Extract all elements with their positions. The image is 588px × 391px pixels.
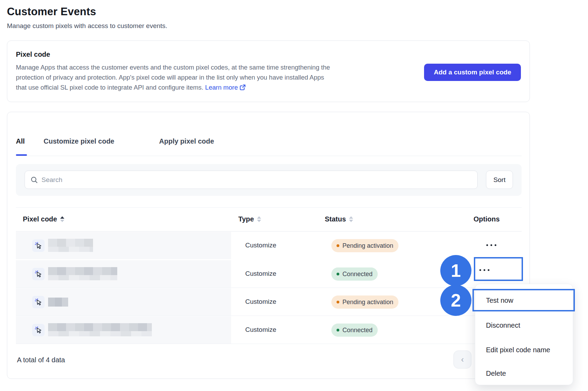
- row-divider: [16, 316, 522, 316]
- type-cell: Customize: [245, 298, 276, 306]
- sort-carets-icon: [257, 216, 261, 222]
- annotation-highlight-box-test-now: [472, 289, 575, 311]
- external-link-icon: [240, 83, 246, 93]
- status-dot-icon: [337, 329, 339, 331]
- customer-events-page: Customer Events Manage custom pixels wit…: [0, 0, 588, 391]
- status-badge: Pending activation: [331, 239, 398, 252]
- type-cell: Customize: [245, 242, 276, 249]
- pixel-cursor-icon: [32, 239, 45, 252]
- menu-item-delete[interactable]: Delete: [475, 366, 573, 381]
- pixel-table-card: All Customize pixel code Apply pixel cod…: [7, 112, 530, 379]
- add-custom-pixel-code-button[interactable]: Add a custom pixel code: [424, 64, 521, 81]
- sort-carets-icon: [60, 216, 64, 222]
- search-section: Sort: [16, 164, 522, 196]
- table-header: Pixel code Type Status Options: [16, 208, 522, 231]
- pixel-code-card-description: Manage Apps that access the customer eve…: [16, 62, 376, 93]
- column-header-status[interactable]: Status: [325, 215, 353, 223]
- table-bottom-border: [16, 344, 522, 344]
- tab-all[interactable]: All: [16, 137, 25, 145]
- type-cell: Customize: [245, 326, 276, 334]
- redacted-pixel-name: [48, 298, 68, 307]
- options-button[interactable]: [486, 244, 496, 246]
- table-row: Customize Connected: [16, 316, 522, 344]
- status-badge: Connected: [331, 267, 378, 281]
- redacted-pixel-name: [48, 239, 93, 252]
- page-subtitle: Manage custom pixels with access to cust…: [7, 22, 167, 30]
- search-input[interactable]: [42, 171, 470, 189]
- pagination-prev-button[interactable]: ‹: [453, 351, 471, 369]
- sort-button[interactable]: Sort: [486, 171, 513, 189]
- annotation-step-2-badge: 2: [440, 285, 471, 316]
- description-line-2: protection of privacy and protection. Ap…: [16, 72, 376, 82]
- status-dot-icon: [337, 273, 339, 275]
- row-divider: [16, 288, 522, 288]
- annotation-highlight-box-options: [474, 257, 523, 281]
- tabs-divider: [16, 156, 522, 156]
- search-icon: [30, 176, 38, 185]
- options-button[interactable]: [479, 269, 489, 271]
- status-dot-icon: [337, 244, 339, 247]
- status-dot-icon: [337, 301, 339, 303]
- pixel-cursor-icon: [32, 324, 45, 336]
- table-total-label: A total of 4 data: [17, 356, 65, 364]
- chevron-left-icon: ‹: [461, 355, 464, 364]
- column-header-pixel-code[interactable]: Pixel code: [23, 215, 64, 223]
- column-header-type[interactable]: Type: [238, 215, 261, 223]
- search-box: [25, 171, 478, 189]
- page-title: Customer Events: [7, 6, 96, 18]
- pixel-code-card-title: Pixel code: [16, 51, 50, 58]
- description-line-1: Manage Apps that access the customer eve…: [16, 62, 376, 72]
- menu-item-edit-pixel-code-name[interactable]: Edit pixel code name: [475, 342, 573, 357]
- menu-item-disconnect[interactable]: Disconnect: [475, 318, 573, 333]
- redacted-pixel-name: [48, 323, 152, 336]
- table-row: Customize Pending activation: [16, 232, 522, 259]
- pixel-cursor-icon: [32, 268, 45, 280]
- sort-carets-icon: [349, 216, 353, 222]
- status-badge: Pending activation: [331, 295, 398, 309]
- redacted-pixel-name: [48, 267, 117, 280]
- description-line-3: that use official SL pixel code to integ…: [16, 82, 376, 93]
- annotation-step-1-badge: 1: [440, 255, 471, 286]
- tab-apply-pixel-code[interactable]: Apply pixel code: [159, 137, 214, 145]
- column-header-options: Options: [474, 215, 500, 223]
- pixel-code-card: Pixel code Manage Apps that access the c…: [7, 40, 530, 102]
- type-cell: Customize: [245, 270, 276, 278]
- learn-more-link[interactable]: Learn more: [205, 84, 238, 91]
- table-header-border: [16, 231, 522, 231]
- pixel-cursor-icon: [32, 296, 45, 308]
- tab-customize-pixel-code[interactable]: Customize pixel code: [44, 137, 114, 145]
- status-badge: Connected: [331, 324, 378, 337]
